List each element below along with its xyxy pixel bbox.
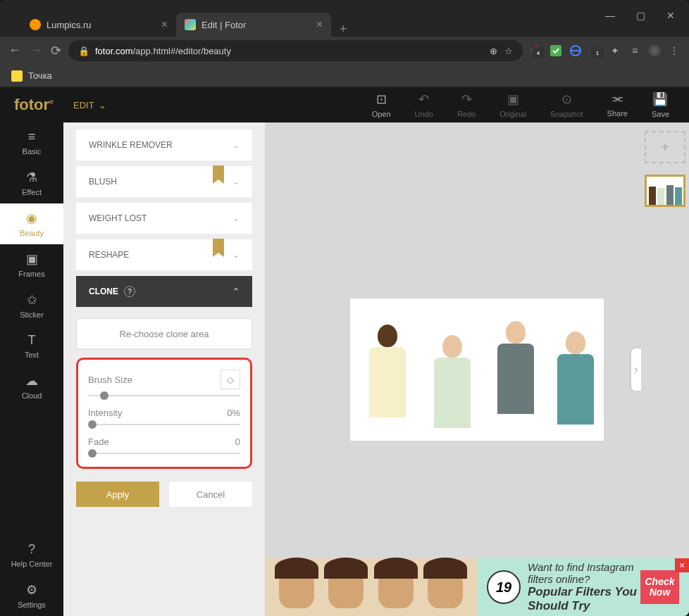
- original-button[interactable]: ▣Original: [494, 92, 532, 118]
- sidebar-item-effect[interactable]: ⚗Effect: [0, 163, 63, 203]
- share-button[interactable]: ⫘Share: [602, 92, 633, 118]
- address-bar: ← → ⟳ 🔒 fotor.com/app.html#/editor/beaut…: [0, 37, 689, 65]
- sidebar-item-settings[interactable]: ⚙Settings: [0, 575, 63, 616]
- sidebar-item-sticker[interactable]: ✩Sticker: [0, 285, 63, 326]
- star-icon: ✩: [27, 292, 37, 308]
- fade-label: Fade: [88, 436, 109, 447]
- ad-banner[interactable]: × 19 Want to find Instagram filters onli…: [265, 558, 689, 616]
- help-icon[interactable]: ?: [124, 286, 135, 297]
- close-icon[interactable]: ×: [316, 18, 323, 31]
- intensity-slider[interactable]: [88, 424, 240, 425]
- url-input[interactable]: 🔒 fotor.com/app.html#/editor/beauty ⊕ ☆: [68, 40, 523, 61]
- sidebar-item-frames[interactable]: ▣Frames: [0, 244, 63, 285]
- ad-close-button[interactable]: ×: [675, 558, 689, 572]
- sidebar-item-beauty[interactable]: ◉Beauty: [0, 203, 63, 244]
- star-icon[interactable]: ☆: [504, 46, 513, 56]
- chevron-down-icon: ⌄: [232, 140, 240, 150]
- tab-favicon: [30, 19, 41, 30]
- frame-icon: ▣: [26, 251, 38, 267]
- help-icon: ?: [28, 542, 35, 557]
- undo-icon: ↶: [418, 92, 429, 107]
- ad-image: [378, 566, 414, 608]
- tab-lumpics[interactable]: Lumpics.ru ×: [21, 13, 176, 37]
- back-button[interactable]: ←: [8, 43, 21, 58]
- chevron-down-icon: ⌄: [232, 177, 240, 187]
- chevron-down-icon: ⌄: [232, 213, 240, 223]
- window-controls: — ▢ ✕: [605, 10, 675, 21]
- ad-headline: Want to find Instagram filters online?: [528, 561, 640, 585]
- expand-handle[interactable]: ›: [631, 348, 641, 391]
- canvas-area[interactable]: + › 852px × 480px — 42% + | Compare 🗑: [265, 122, 689, 616]
- tool-reshape[interactable]: RESHAPE⌄: [76, 239, 252, 270]
- image-icon: ⊡: [376, 92, 387, 107]
- add-image-button[interactable]: +: [645, 131, 685, 163]
- chevron-down-icon: ⌄: [99, 100, 106, 111]
- ad-image: [328, 566, 364, 608]
- tools-panel: WRINKLE REMOVER⌄ BLUSH⌄ WEIGHT LOST⌄ RES…: [63, 122, 265, 616]
- sidebar-item-text[interactable]: TText: [0, 326, 63, 366]
- reading-list-icon[interactable]: ≡: [628, 44, 641, 57]
- forward-button[interactable]: →: [30, 43, 42, 58]
- fade-slider[interactable]: [88, 453, 240, 454]
- bookmark-folder-icon: [11, 70, 23, 82]
- intensity-label: Intensity: [88, 408, 122, 418]
- brush-size-slider[interactable]: [88, 395, 240, 396]
- close-icon[interactable]: ×: [161, 18, 168, 31]
- tool-blush[interactable]: BLUSH⌄: [76, 166, 252, 197]
- profile-avatar[interactable]: [648, 44, 661, 57]
- translate-icon[interactable]: ⊕: [490, 46, 497, 56]
- brush-size-label: Brush Size: [88, 375, 132, 385]
- edit-menu[interactable]: EDIT ⌄: [73, 100, 106, 111]
- rechoose-button[interactable]: Re-choose clone area: [76, 318, 252, 349]
- save-button[interactable]: 💾Save: [646, 92, 675, 118]
- sidebar-item-cloud[interactable]: ☁Cloud: [0, 366, 63, 407]
- sidebar-item-basic[interactable]: ≡Basic: [0, 122, 63, 163]
- redo-icon: ↷: [461, 92, 472, 107]
- maximize-button[interactable]: ▢: [636, 10, 645, 21]
- minimize-button[interactable]: —: [605, 10, 615, 21]
- tool-weight-lost[interactable]: WEIGHT LOST⌄: [76, 203, 252, 234]
- ad-subhead: Popular Filters You Should Try: [528, 585, 640, 613]
- new-tab-button[interactable]: +: [331, 22, 356, 37]
- clone-settings: Brush Size◇ Intensity0% Fade0: [76, 358, 252, 469]
- undo-button[interactable]: ↶Undo: [409, 92, 439, 118]
- fotor-logo[interactable]: fotor®: [14, 96, 54, 114]
- chevron-down-icon: ⌄: [232, 250, 240, 260]
- intensity-value: 0%: [227, 408, 240, 418]
- snapshot-button[interactable]: ⊙Snapshot: [545, 92, 588, 118]
- ad-number: 19: [487, 570, 521, 604]
- extension-icon-1[interactable]: 4: [530, 44, 542, 57]
- tool-clone[interactable]: CLONE?⌃: [76, 276, 252, 307]
- save-icon: 💾: [652, 92, 668, 107]
- bookmark-item[interactable]: Точка: [28, 70, 52, 81]
- premium-ribbon-icon: [213, 165, 224, 180]
- fade-value: 0: [235, 436, 240, 447]
- reload-button[interactable]: ⟳: [51, 43, 61, 58]
- lock-icon: 🔒: [78, 46, 89, 56]
- redo-button[interactable]: ↷Redo: [452, 92, 481, 118]
- sidebar-item-help[interactable]: ?Help Center: [0, 535, 63, 575]
- svg-rect-1: [550, 45, 561, 56]
- premium-ribbon-icon: [213, 239, 224, 253]
- camera-icon: ⊙: [561, 92, 572, 107]
- flask-icon: ⚗: [26, 170, 37, 185]
- canvas-image: [350, 298, 604, 441]
- image-thumbnail[interactable]: [645, 175, 685, 207]
- tool-wrinkle-remover[interactable]: WRINKLE REMOVER⌄: [76, 130, 252, 161]
- open-button[interactable]: ⊡Open: [366, 92, 397, 118]
- cancel-button[interactable]: Cancel: [169, 482, 252, 507]
- ad-cta-button[interactable]: CheckNow: [640, 570, 679, 604]
- original-icon: ▣: [507, 92, 519, 107]
- tab-fotor[interactable]: Edit | Fotor ×: [176, 13, 331, 37]
- extensions-icon[interactable]: ✦: [609, 44, 621, 57]
- apply-button[interactable]: Apply: [76, 482, 159, 507]
- menu-icon[interactable]: ⋮: [668, 44, 681, 57]
- extension-icon-3[interactable]: [569, 44, 582, 57]
- gear-icon: ⚙: [26, 582, 37, 598]
- extension-icon-2[interactable]: [550, 44, 562, 57]
- bookmarks-bar: Точка: [0, 65, 689, 87]
- extension-icon-4[interactable]: 1: [589, 44, 602, 57]
- close-button[interactable]: ✕: [666, 10, 675, 21]
- chevron-up-icon: ⌃: [232, 287, 240, 296]
- eraser-button[interactable]: ◇: [221, 370, 240, 389]
